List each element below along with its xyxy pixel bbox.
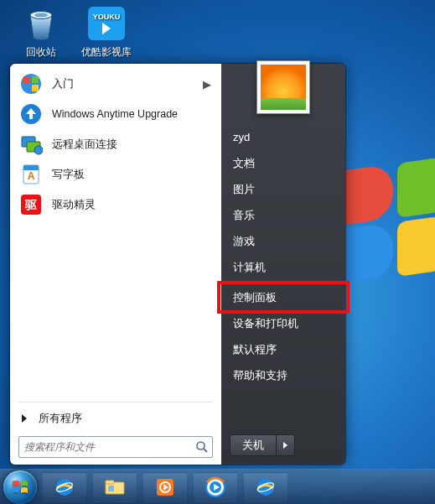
taskbar-item-media-player[interactable]	[193, 472, 238, 502]
taskbar-item-media-center[interactable]	[142, 472, 188, 502]
arrow-right-icon	[283, 442, 287, 449]
shutdown-label: 关机	[242, 439, 264, 453]
svg-rect-22	[108, 486, 114, 491]
all-programs-label: 所有程序	[39, 412, 82, 426]
driver-genius-icon: 驱	[18, 192, 44, 217]
shutdown-button[interactable]: 关机	[230, 434, 277, 456]
svg-rect-21	[106, 481, 114, 484]
program-item-remote-desktop[interactable]: 远程桌面连接	[12, 129, 220, 159]
program-item-label: 驱动精灵	[52, 198, 96, 212]
taskbar-item-ie-alt[interactable]	[243, 472, 288, 502]
user-picture-frame[interactable]	[256, 60, 310, 114]
desktop-icon-label: 回收站	[10, 45, 72, 60]
separator	[18, 402, 213, 403]
start-menu-program-list: 入门 ▶ Windows Anytime Upgrade 远程桌面连接 A	[12, 69, 220, 398]
youku-icon: YOUKU	[86, 3, 127, 44]
shutdown-options-button[interactable]	[277, 434, 295, 456]
right-item-label: 游戏	[233, 234, 255, 249]
right-item-label: zyd	[233, 131, 250, 143]
getting-started-icon	[18, 71, 44, 96]
separator	[230, 282, 337, 283]
desktop-icon-youku[interactable]: YOUKU 优酷影视库	[75, 3, 137, 60]
arrow-right-icon	[22, 414, 27, 423]
right-item-label: 计算机	[233, 260, 266, 275]
right-item-label: 图片	[233, 182, 255, 197]
right-item-devices-printers[interactable]: 设备和打印机	[221, 310, 345, 336]
right-item-help-support[interactable]: 帮助和支持	[221, 362, 345, 388]
svg-point-10	[34, 146, 43, 154]
program-item-label: 写字板	[52, 168, 85, 182]
right-item-label: 音乐	[233, 208, 255, 223]
submenu-arrow-icon: ▶	[203, 78, 211, 91]
right-item-pictures[interactable]: 图片	[221, 176, 345, 202]
right-item-label: 默认程序	[233, 342, 277, 357]
remote-desktop-icon	[18, 132, 44, 157]
search-icon	[195, 440, 209, 454]
desktop-icon-recycle-bin[interactable]: 回收站	[10, 3, 72, 60]
search-box[interactable]	[18, 436, 213, 458]
program-item-label: 入门	[52, 77, 74, 91]
right-item-computer[interactable]: 计算机	[221, 254, 345, 280]
program-item-driver-genius[interactable]: 驱 驱动精灵	[12, 190, 220, 220]
svg-text:驱: 驱	[24, 198, 37, 211]
program-item-anytime-upgrade[interactable]: Windows Anytime Upgrade	[12, 99, 220, 129]
svg-rect-3	[23, 76, 30, 83]
right-item-label: 文档	[233, 156, 255, 171]
start-menu: 入门 ▶ Windows Anytime Upgrade 远程桌面连接 A	[10, 64, 345, 465]
windows-logo-icon	[10, 477, 30, 497]
internet-explorer-icon	[254, 475, 277, 499]
media-center-icon	[153, 475, 177, 499]
taskbar-item-explorer[interactable]	[92, 472, 137, 502]
right-item-control-panel[interactable]: 控制面板	[221, 284, 345, 310]
right-item-label: 帮助和支持	[233, 368, 287, 383]
start-menu-left-pane: 入门 ▶ Windows Anytime Upgrade 远程桌面连接 A	[10, 64, 221, 465]
desktop-icon-label: 优酷影视库	[75, 45, 137, 60]
right-item-default-programs[interactable]: 默认程序	[221, 336, 345, 362]
svg-point-16	[197, 442, 205, 449]
svg-point-1	[34, 13, 48, 18]
search-input[interactable]	[24, 441, 195, 453]
recycle-bin-icon	[21, 3, 61, 44]
user-picture-icon	[261, 65, 306, 110]
all-programs-button[interactable]: 所有程序	[12, 406, 220, 431]
youku-badge-text: YOUKU	[93, 13, 121, 21]
start-button[interactable]	[3, 470, 37, 504]
wordpad-icon: A	[18, 162, 44, 187]
start-menu-right-pane: zyd 文档 图片 音乐 游戏 计算机 控制面板 设备和打印	[221, 64, 345, 465]
program-item-label: 远程桌面连接	[52, 138, 117, 152]
svg-line-17	[204, 449, 207, 452]
internet-explorer-icon	[53, 475, 76, 499]
media-player-icon	[204, 475, 227, 499]
svg-rect-4	[32, 76, 39, 83]
svg-rect-5	[23, 85, 30, 91]
right-item-games[interactable]: 游戏	[221, 228, 345, 254]
right-item-music[interactable]: 音乐	[221, 202, 345, 228]
right-item-user[interactable]: zyd	[221, 124, 345, 150]
file-explorer-icon	[103, 475, 127, 499]
program-item-wordpad[interactable]: A 写字板	[12, 159, 220, 190]
taskbar-item-ie[interactable]	[42, 472, 87, 502]
program-item-getting-started[interactable]: 入门 ▶	[12, 69, 220, 99]
anytime-upgrade-icon	[18, 101, 44, 127]
right-item-label: 设备和打印机	[233, 316, 298, 331]
taskbar	[0, 469, 435, 504]
svg-rect-6	[32, 85, 39, 91]
program-item-label: Windows Anytime Upgrade	[52, 108, 178, 120]
right-item-documents[interactable]: 文档	[221, 150, 345, 176]
svg-text:A: A	[28, 170, 35, 182]
right-item-label: 控制面板	[233, 290, 277, 305]
